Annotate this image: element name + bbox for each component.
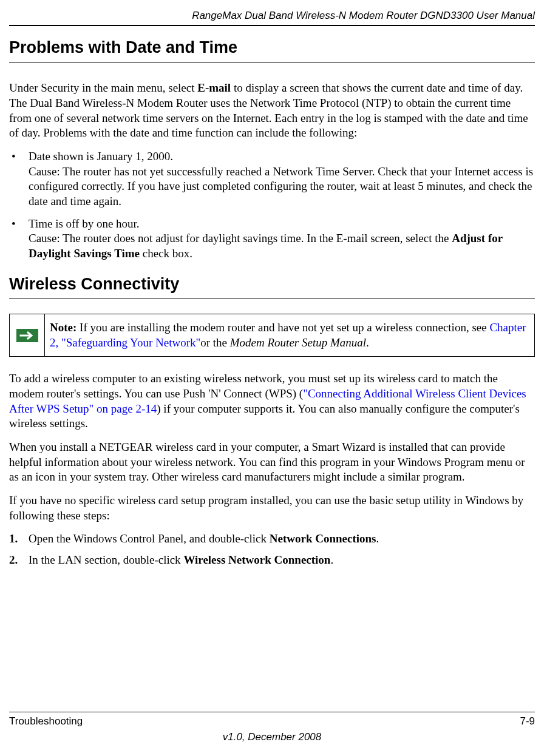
header-divider — [9, 25, 535, 26]
note-callout: Note: If you are installing the modem ro… — [9, 314, 535, 357]
note-icon-cell — [10, 314, 45, 356]
section-divider — [9, 62, 535, 62]
wireless-para2: When you install a NETGEAR wireless card… — [9, 440, 535, 485]
section-divider — [9, 299, 535, 299]
problems-list: Date shown is January 1, 2000. Cause: Th… — [9, 149, 535, 262]
wireless-para3: If you have no specific wireless card se… — [9, 493, 535, 523]
list-item: Date shown is January 1, 2000. Cause: Th… — [9, 149, 535, 209]
intro-paragraph: Under Security in the main menu, select … — [9, 81, 535, 141]
footer-version: v1.0, December 2008 — [9, 731, 535, 744]
list-item: 2. In the LAN section, double-click Wire… — [9, 553, 535, 568]
list-item: 1. Open the Windows Control Panel, and d… — [9, 532, 535, 547]
page-footer: Troubleshooting 7-9 v1.0, December 2008 — [9, 712, 535, 744]
page-header: RangeMax Dual Band Wireless-N Modem Rout… — [9, 9, 535, 22]
footer-section-name: Troubleshooting — [9, 715, 83, 728]
list-item: Time is off by one hour. Cause: The rout… — [9, 217, 535, 262]
arrow-right-icon — [16, 329, 38, 342]
steps-list: 1. Open the Windows Control Panel, and d… — [9, 532, 535, 567]
page-number: 7-9 — [520, 715, 535, 728]
footer-divider — [9, 712, 535, 712]
section-heading-wireless: Wireless Connectivity — [9, 274, 535, 295]
wireless-para1: To add a wireless computer to an existin… — [9, 371, 535, 431]
note-text: Note: If you are installing the modem ro… — [45, 314, 534, 356]
section-heading-problems: Problems with Date and Time — [9, 37, 535, 58]
